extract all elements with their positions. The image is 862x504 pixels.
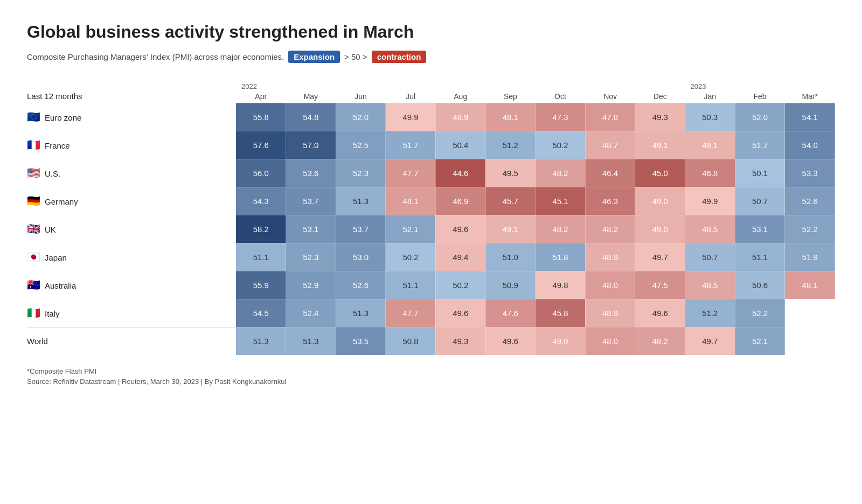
table-cell: 49.6	[435, 299, 485, 327]
separator: > 50 >	[344, 52, 367, 61]
table-row: 🇺🇸U.S.56.053.652.347.744.649.548.246.445…	[27, 159, 835, 187]
world-label: World	[27, 327, 236, 355]
row-label-us: 🇺🇸U.S.	[27, 159, 236, 187]
col-feb: Feb	[735, 92, 785, 103]
table-cell: 49.7	[635, 243, 685, 271]
table-cell: 49.6	[435, 215, 485, 243]
table-cell: 49.1	[635, 131, 685, 159]
world-cell: 49.0	[536, 327, 586, 355]
footnote: *Composite Flash PMI	[27, 367, 835, 375]
row-label-uk: 🇬🇧UK	[27, 215, 236, 243]
table-cell: 50.9	[485, 271, 536, 299]
table-cell: 49.5	[485, 159, 536, 187]
table-cell: 55.9	[236, 271, 286, 299]
table-cell: 54.8	[286, 103, 336, 131]
table-cell: 53.7	[286, 187, 336, 215]
table-cell: 58.2	[236, 215, 286, 243]
table-cell: 51.2	[485, 131, 536, 159]
table-cell: 57.6	[236, 131, 286, 159]
world-cell: 48.0	[585, 327, 635, 355]
table-cell: 48.2	[536, 159, 586, 187]
subtitle: Composite Purchasing Managers' Index (PM…	[27, 51, 835, 63]
col-jan: Jan	[685, 92, 735, 103]
table-cell: 51.1	[386, 271, 436, 299]
subtitle-text: Composite Purchasing Managers' Index (PM…	[27, 52, 284, 61]
table-cell: 51.0	[485, 243, 536, 271]
table-cell: 49.6	[635, 299, 685, 327]
expansion-badge: Expansion	[288, 51, 340, 63]
col-may: May	[286, 92, 336, 103]
col-mar: Mar*	[785, 92, 835, 103]
table-cell: 52.6	[785, 187, 835, 215]
table-cell: 48.5	[685, 271, 735, 299]
col-oct: Oct	[536, 92, 586, 103]
table-cell: 54.5	[236, 299, 286, 327]
row-label-eurozone: 🇪🇺Euro zone	[27, 103, 236, 131]
table-cell: 51.2	[685, 299, 735, 327]
world-cell: 51.3	[236, 327, 286, 355]
table-cell: 46.9	[435, 187, 485, 215]
table-row: 🇩🇪Germany54.353.751.348.146.945.745.146.…	[27, 187, 835, 215]
world-cell: 49.7	[685, 327, 735, 355]
table-cell: 49.9	[685, 187, 735, 215]
table-row: 🇦🇺Australia55.952.952.651.150.250.949.84…	[27, 271, 835, 299]
table-cell: 47.3	[536, 103, 586, 131]
table-cell: 47.8	[585, 103, 635, 131]
page-title: Global business activity strengthened in…	[27, 22, 835, 42]
world-row: World51.351.353.550.849.349.649.048.048.…	[27, 327, 835, 355]
table-cell: 50.7	[685, 243, 735, 271]
world-cell: 51.3	[286, 327, 336, 355]
row-label-italy: 🇮🇹Italy	[27, 299, 236, 327]
table-cell: 51.1	[735, 243, 785, 271]
table-cell: 51.8	[536, 243, 586, 271]
table-cell: 54.3	[236, 187, 286, 215]
world-cell: 49.6	[485, 327, 536, 355]
table-cell: 51.7	[386, 131, 436, 159]
table-cell: 49.9	[386, 103, 436, 131]
table-row: 🇫🇷France57.657.052.551.750.451.250.248.7…	[27, 131, 835, 159]
pmi-table: 2022 2023 Last 12 months Apr May Jun Jul…	[27, 82, 835, 355]
table-cell: 50.3	[685, 103, 735, 131]
table-cell: 52.9	[286, 271, 336, 299]
col-jun: Jun	[336, 92, 386, 103]
table-cell: 48.9	[585, 243, 635, 271]
table-row: 🇮🇹Italy54.552.451.347.749.647.645.848.94…	[27, 299, 835, 327]
world-cell: 53.5	[336, 327, 386, 355]
table-cell: 52.4	[286, 299, 336, 327]
table-cell	[785, 299, 835, 327]
table-cell: 49.3	[635, 103, 685, 131]
table-cell: 49.0	[635, 187, 685, 215]
table-cell: 45.7	[485, 187, 536, 215]
table-cell: 52.5	[336, 131, 386, 159]
table-cell: 52.2	[735, 299, 785, 327]
table-cell: 51.7	[735, 131, 785, 159]
table-cell: 48.9	[435, 103, 485, 131]
world-cell	[785, 327, 835, 355]
table-cell: 45.0	[635, 159, 685, 187]
table-cell: 53.1	[286, 215, 336, 243]
table-cell: 52.0	[735, 103, 785, 131]
table-row: 🇯🇵Japan51.152.353.050.249.451.051.848.94…	[27, 243, 835, 271]
row-header-label: Last 12 months	[27, 92, 236, 103]
table-cell: 48.0	[585, 271, 635, 299]
table-cell: 49.8	[536, 271, 586, 299]
table-row: 🇬🇧UK58.253.153.752.149.649.148.248.249.0…	[27, 215, 835, 243]
table-cell: 49.4	[435, 243, 485, 271]
table-cell: 51.3	[336, 187, 386, 215]
world-cell: 52.1	[735, 327, 785, 355]
table-cell: 47.6	[485, 299, 536, 327]
row-label-japan: 🇯🇵Japan	[27, 243, 236, 271]
table-cell: 48.2	[585, 215, 635, 243]
table-cell: 45.8	[536, 299, 586, 327]
col-apr: Apr	[236, 92, 286, 103]
table-cell: 51.3	[336, 299, 386, 327]
table-cell: 46.3	[585, 187, 635, 215]
table-cell: 49.1	[485, 215, 536, 243]
col-nov: Nov	[585, 92, 635, 103]
table-cell: 47.7	[386, 299, 436, 327]
table-cell: 48.1	[386, 187, 436, 215]
table-cell: 48.9	[585, 299, 635, 327]
table-cell: 50.7	[735, 187, 785, 215]
col-aug: Aug	[435, 92, 485, 103]
table-cell: 52.1	[386, 215, 436, 243]
